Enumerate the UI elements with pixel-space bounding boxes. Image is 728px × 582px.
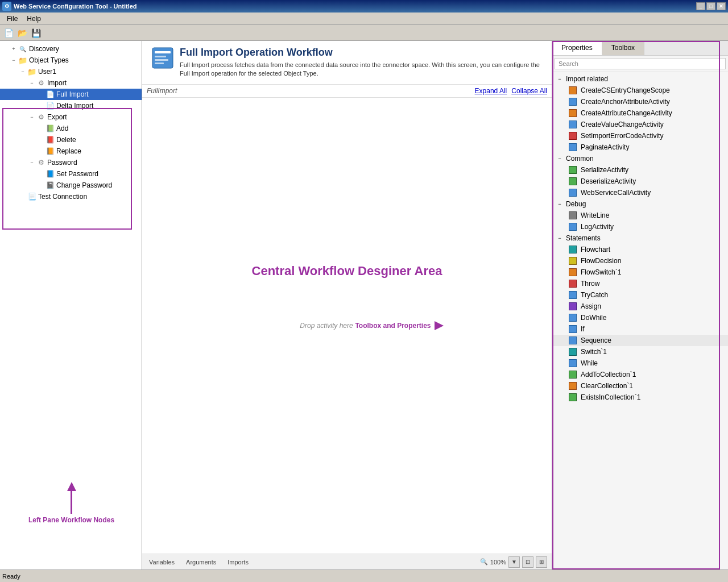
section-import-related[interactable]: − Import related <box>552 73 728 85</box>
trycatch-label: TryCatch <box>581 291 608 299</box>
tree-item-user1[interactable]: − 📁 User1 <box>0 66 142 77</box>
tab-toolbox[interactable]: Toolbox <box>602 41 644 55</box>
toolbox-item-serialize[interactable]: SerializeActivity <box>552 164 728 176</box>
menu-file[interactable]: File <box>2 14 22 24</box>
delta-import-icon: 📄 <box>46 101 55 110</box>
save-button[interactable]: 💾 <box>30 27 42 39</box>
toolbox-item-createvalue[interactable]: CreateValueChangeActivity <box>552 119 728 130</box>
workflow-icon <box>151 47 174 69</box>
toolbox-item-paginate[interactable]: PaginateActivity <box>552 142 728 153</box>
tab-variables[interactable]: Variables <box>147 558 177 567</box>
zoom-dropdown-button[interactable]: ▼ <box>508 556 520 568</box>
expander-export: − <box>27 113 36 122</box>
toolbox-item-if[interactable]: If <box>552 323 728 335</box>
object-types-label: Object Types <box>29 56 69 64</box>
toolbox-item-dowhile[interactable]: DoWhile <box>552 312 728 323</box>
new-button[interactable]: 📄 <box>2 27 15 39</box>
annotation-line <box>71 491 72 514</box>
section-statements[interactable]: − Statements <box>552 232 728 244</box>
zoom-full-button[interactable]: ⊞ <box>536 556 547 568</box>
toolbox-item-addtocollection[interactable]: AddToCollection`1 <box>552 369 728 380</box>
app-icon: ⚙ <box>2 2 11 11</box>
section-debug[interactable]: − Debug <box>552 198 728 210</box>
open-button[interactable]: 📂 <box>16 27 28 39</box>
expander-test-connection <box>18 192 27 201</box>
switch-icon <box>568 347 577 356</box>
toolbox-item-while[interactable]: While <box>552 357 728 369</box>
workflow-name-label: FullImport <box>147 87 177 95</box>
createvalue-label: CreateValueChangeActivity <box>581 120 664 128</box>
close-button[interactable]: ✕ <box>717 2 726 10</box>
central-designer-label: Central Workflow Desginer Area <box>252 264 442 278</box>
export-label: Export <box>47 113 67 121</box>
tree-item-add[interactable]: 📗 Add <box>0 123 142 134</box>
toolbox-item-createattribute[interactable]: CreateAttributeChangeActivity <box>552 107 728 119</box>
clearcollection-label: ClearCollection`1 <box>581 382 633 390</box>
toolbox-item-flowchart[interactable]: Flowchart <box>552 244 728 255</box>
addtocollection-label: AddToCollection`1 <box>581 371 636 379</box>
existsincollection-label: ExistsInCollection`1 <box>581 393 640 401</box>
setimporterror-label: SetImportErrorCodeActivity <box>581 132 663 140</box>
export-icon: ⚙ <box>36 113 46 122</box>
tree-item-delete[interactable]: 📕 Delete <box>0 134 142 146</box>
writeline-label: WriteLine <box>581 211 609 219</box>
toolbox-item-writeline[interactable]: WriteLine <box>552 210 728 221</box>
toolbox-item-flowdecision[interactable]: FlowDecision <box>552 255 728 267</box>
section-common[interactable]: − Common <box>552 153 728 164</box>
toolbox-item-assign[interactable]: Assign <box>552 301 728 312</box>
tree-item-replace[interactable]: 📙 Replace <box>0 146 142 157</box>
toolbox-item-throw[interactable]: Throw <box>552 278 728 289</box>
tree-item-change-password[interactable]: 📓 Change Password <box>0 180 142 191</box>
while-label: While <box>581 359 598 367</box>
minimize-button[interactable]: _ <box>696 2 705 10</box>
toolbox-item-createanchor[interactable]: CreateAnchorAttributeActivity <box>552 96 728 107</box>
menu-help[interactable]: Help <box>22 14 46 24</box>
createattribute-icon <box>568 109 577 118</box>
workflow-canvas[interactable]: Central Workflow Desginer Area Drop acti… <box>142 98 552 554</box>
delta-import-label: Delta Import <box>56 102 93 110</box>
toolbox-item-webservicecall[interactable]: WebServiceCallActivity <box>552 187 728 198</box>
toolbox-item-trycatch[interactable]: TryCatch <box>552 289 728 301</box>
drop-activity-hint: Drop activity here <box>300 322 353 330</box>
tree-item-full-import[interactable]: 📄 Full Import <box>0 89 142 100</box>
serialize-label: SerializeActivity <box>581 166 628 174</box>
section-import-related-label: Import related <box>566 75 608 83</box>
toolbox-item-existsincollection[interactable]: ExistsInCollection`1 <box>552 392 728 403</box>
tree-item-set-password[interactable]: 📘 Set Password <box>0 168 142 180</box>
assign-label: Assign <box>581 302 601 310</box>
tree-item-delta-import[interactable]: 📄 Delta Import <box>0 100 142 111</box>
toolbox-item-clearcollection[interactable]: ClearCollection`1 <box>552 380 728 392</box>
maximize-button[interactable]: □ <box>706 2 715 10</box>
flowchart-icon <box>568 245 577 254</box>
logactivity-icon <box>568 222 577 231</box>
expand-all-button[interactable]: Expand All <box>475 87 507 95</box>
toolbox-item-flowswitch[interactable]: FlowSwitch`1 <box>552 267 728 278</box>
tree-item-export[interactable]: − ⚙ Export <box>0 111 142 123</box>
paginate-icon <box>568 143 577 152</box>
collapse-all-button[interactable]: Collapse All <box>511 87 547 95</box>
tab-properties[interactable]: Properties <box>552 41 602 55</box>
throw-icon <box>568 279 577 288</box>
window-controls[interactable]: _ □ ✕ <box>696 2 726 10</box>
toolbox-item-setimporterror[interactable]: SetImportErrorCodeActivity <box>552 130 728 142</box>
createanchor-label: CreateAnchorAttributeActivity <box>581 98 670 106</box>
expander-object-types: − <box>9 56 18 65</box>
tab-imports[interactable]: Imports <box>225 558 251 567</box>
toolbox-item-logactivity[interactable]: LogActivity <box>552 221 728 232</box>
fit-page-button[interactable]: ⊡ <box>522 556 533 568</box>
tree-item-discovery[interactable]: + 🔍 Discovery <box>0 43 142 55</box>
test-connection-label: Test Connection <box>38 193 87 201</box>
toolbox-item-sequence[interactable]: Sequence <box>552 335 728 346</box>
toolbox-item-createcsentry[interactable]: CreateCSEntryChangeScope <box>552 85 728 96</box>
toolbox-item-deserialize[interactable]: DeserializeActivity <box>552 176 728 187</box>
change-password-icon: 📓 <box>46 181 55 190</box>
tree-item-object-types[interactable]: − 📁 Object Types <box>0 55 142 66</box>
tree-item-password[interactable]: − ⚙ Password <box>0 157 142 168</box>
tab-arguments[interactable]: Arguments <box>184 558 218 567</box>
status-bar: Ready <box>0 569 728 582</box>
tree-item-import[interactable]: − ⚙ Import <box>0 77 142 89</box>
tree-item-test-connection[interactable]: 📃 Test Connection <box>0 191 142 202</box>
toolbox-item-switch[interactable]: Switch`1 <box>552 346 728 357</box>
search-input[interactable] <box>555 58 726 69</box>
flowswitch-icon <box>568 268 577 277</box>
